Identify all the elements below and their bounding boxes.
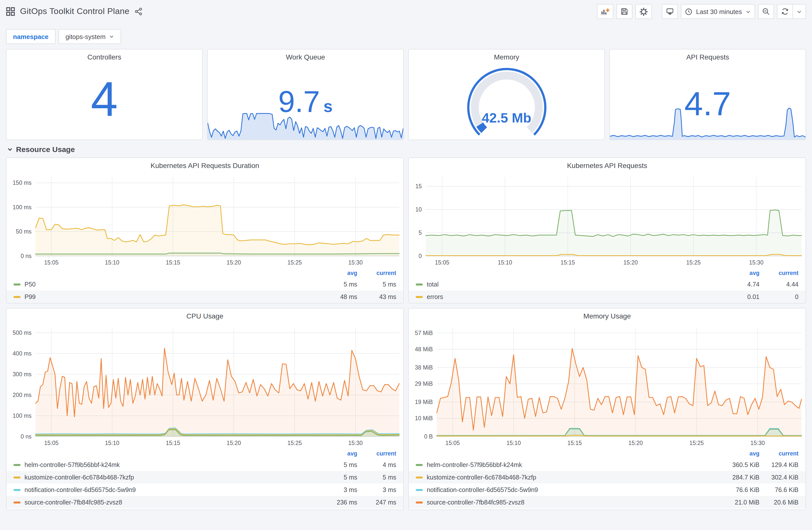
legend-series-name[interactable]: P99 [14,293,322,300]
svg-text:15:15: 15:15 [567,440,582,446]
namespace-select[interactable]: gitops-system [59,29,121,44]
chart-plot-area[interactable]: 15:0515:1015:1515:2015:2515:300 ns100 ms… [6,324,403,447]
chevron-down-icon [7,146,13,152]
svg-text:15:10: 15:10 [105,440,119,446]
legend-header: avgcurrent [409,268,806,278]
panel-title[interactable]: API Requests [610,49,806,64]
dashboard-header: GitOps Toolkit Control Plane [6,0,806,23]
svg-text:0 ns: 0 ns [21,433,31,440]
legend-series-name[interactable]: source-controller-7fb84fc985-zvsz8 [14,499,322,506]
svg-text:48 MiB: 48 MiB [415,346,433,353]
tv-mode-button[interactable] [662,4,678,19]
legend-avg-value: 48 ms [322,293,357,300]
svg-text:100 ms: 100 ms [13,412,31,419]
svg-text:15:20: 15:20 [227,259,241,266]
legend-series-name[interactable]: kustomize-controller-6c6784b468-7kzfp [416,474,724,481]
svg-text:15:30: 15:30 [348,259,363,266]
chart-legend: avgcurrenttotal4.744.44errors0.010 [409,267,806,304]
legend-current-value: 4.44 [759,281,798,288]
svg-text:50 ms: 50 ms [16,228,31,235]
legend-series-name[interactable]: P50 [14,281,322,288]
share-icon[interactable] [134,8,143,15]
legend-series-name[interactable]: kustomize-controller-6c6784b468-7kzfp [14,474,322,481]
legend-row: total4.744.44 [409,278,806,291]
legend-sort-avg[interactable]: avg [724,270,759,276]
legend-row: helm-controller-57f9b56bbf-k24mk360.5 Ki… [409,458,806,471]
svg-text:15:15: 15:15 [561,259,575,266]
legend-series-name[interactable]: errors [416,293,724,300]
chart-legend: avgcurrentP505 ms5 msP9948 ms43 ms [6,267,403,304]
zoom-out-button[interactable] [758,4,774,19]
legend-series-name[interactable]: total [416,281,724,288]
svg-text:15:15: 15:15 [166,440,180,446]
legend-sort-current[interactable]: current [759,451,798,456]
time-range-picker[interactable]: Last 30 minutes [681,4,755,19]
controllers-value: 4 [6,75,202,123]
series-color-dash [416,501,423,503]
series-color-dash [14,464,20,466]
legend-row: source-controller-7fb84fc985-zvsz8236 ms… [6,496,403,509]
legend-row: errors0.010 [409,291,806,303]
legend-row: notification-controller-6d56575dc-5w9n97… [409,484,806,496]
legend-sort-avg[interactable]: avg [724,451,759,456]
series-color-dash [416,476,423,478]
chevron-down-icon [109,34,114,39]
chart-plot-area[interactable]: 15:0515:1015:1515:2015:2515:300 ns50 ms1… [6,173,403,267]
svg-text:15: 15 [415,183,422,190]
svg-text:100 ms: 100 ms [13,204,31,210]
legend-series-name[interactable]: helm-controller-57f9b56bbf-k24mk [416,461,724,468]
clock-icon [685,8,693,15]
svg-text:15:20: 15:20 [227,440,241,446]
legend-sort-current[interactable]: current [759,270,798,276]
legend-avg-value: 5 ms [322,461,357,468]
legend-avg-value: 236 ms [322,499,357,506]
legend-series-name[interactable]: source-controller-7fb84fc985-zvsz8 [416,499,724,506]
panel-memory-usage: Memory Usage 15:0515:1015:1515:2015:2515… [408,308,806,510]
chart-plot-area[interactable]: 15:0515:1015:1515:2015:2515:30051015 [409,173,806,267]
svg-text:15:05: 15:05 [44,440,59,446]
legend-avg-value: 360.5 KiB [724,461,759,468]
legend-row: kustomize-controller-6c6784b468-7kzfp284… [409,471,806,484]
refresh-button[interactable] [777,4,793,19]
apps-grid-icon[interactable] [6,7,15,16]
legend-sort-avg[interactable]: avg [322,270,357,276]
svg-text:15:25: 15:25 [287,259,302,266]
save-dashboard-button[interactable] [617,4,633,19]
legend-sort-avg[interactable]: avg [322,451,357,456]
legend-series-name[interactable]: notification-controller-6d56575dc-5w9n9 [416,486,724,493]
panel-memory-gauge: Memory 42.5 Mb [408,49,605,140]
svg-text:15:05: 15:05 [435,259,450,266]
panel-title[interactable]: Memory [409,49,604,64]
legend-series-name[interactable]: helm-controller-57f9b56bbf-k24mk [14,461,322,468]
legend-row: notification-controller-6d56575dc-5w9n93… [6,484,403,496]
row-toggle-resource-usage[interactable]: Resource Usage [6,140,806,158]
panel-title[interactable]: Kubernetes API Requests [409,158,806,173]
panel-title[interactable]: Work Queue [208,49,403,64]
settings-gear-button[interactable] [635,4,652,19]
svg-text:15:10: 15:10 [506,440,521,446]
panel-cpu-usage: CPU Usage 15:0515:1015:1515:2015:2515:30… [6,308,404,510]
svg-text:15:10: 15:10 [498,259,512,266]
series-color-dash [14,501,20,503]
chart-legend: avgcurrenthelm-controller-57f9b56bbf-k24… [409,447,806,510]
legend-sort-current[interactable]: current [357,270,396,276]
legend-current-value: 20.6 MiB [759,499,798,506]
panel-title[interactable]: CPU Usage [6,309,403,324]
legend-series-name[interactable]: notification-controller-6d56575dc-5w9n9 [14,486,322,493]
legend-sort-current[interactable]: current [357,451,396,456]
legend-row: helm-controller-57f9b56bbf-k24mk5 ms4 ms [6,458,403,471]
panel-title[interactable]: Kubernetes API Requests Duration [6,158,403,173]
api-requests-value: 4.7 [610,87,806,120]
refresh-interval-dropdown[interactable] [793,4,806,19]
panel-title[interactable]: Memory Usage [409,309,806,324]
svg-text:0: 0 [419,253,422,259]
add-panel-button[interactable] [597,4,613,19]
legend-avg-value: 5 ms [322,474,357,481]
legend-current-value: 5 ms [357,281,396,288]
panel-title[interactable]: Controllers [6,49,202,64]
chart-plot-area[interactable]: 15:0515:1015:1515:2015:2515:300 B10 MiB1… [409,324,806,447]
svg-text:400 ms: 400 ms [13,350,31,357]
legend-row: source-controller-7fb84fc985-zvsz821.0 M… [409,496,806,509]
svg-text:10 MiB: 10 MiB [415,415,433,422]
chart-legend: avgcurrenthelm-controller-57f9b56bbf-k24… [6,447,403,510]
